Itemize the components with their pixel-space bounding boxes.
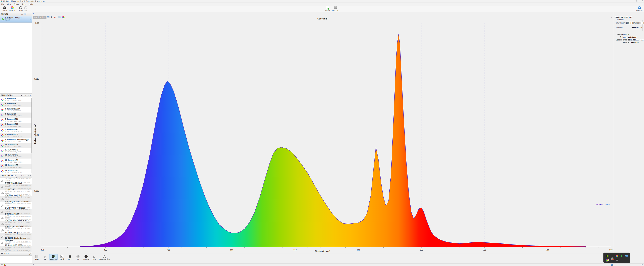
wavelength-spinner[interactable]: ▲▼ [632,22,634,24]
spectrum-chart[interactable]: 3504004505005506006507007508000.0050.010… [32,12,613,253]
tab-flicker[interactable]: Flicker [90,254,98,260]
moon-icon[interactable]: ☾ [25,94,27,96]
reference-item[interactable]: 1. Illuminant A Y: 100 x: 0.4475 y: 0.40… [0,97,32,102]
reference-item[interactable]: 11. Illuminant F2 Y: 100 x: 0.3720 y: 0.… [0,148,32,153]
menu-view[interactable]: View [7,3,11,5]
minimize-button[interactable]: – [630,0,632,2]
app-icon [1,1,2,2]
java-cup-tray-icon[interactable] [626,255,628,257]
x-tick-label: 400 [104,249,107,251]
reference-item[interactable]: 15. Illuminant F6 Y: 100 x: 0.3778 y: 0.… [0,169,32,174]
references-scrollbar-thumb[interactable] [31,98,32,153]
reference-item[interactable]: 3. Illuminant 9300K Y: 1 x: 0.2848 y: 0.… [0,107,32,113]
status-dot-tray-icon[interactable] [611,257,614,260]
tab-trend[interactable]: Trend [58,254,66,260]
tab-lab[interactable]: L*a*b* [66,254,74,260]
reference-values: Y: 100 x: 0.3323 y: 0.3474 [5,125,22,127]
activity-info-icon[interactable]: ⓘ [29,253,31,255]
add-meter-icon[interactable]: + [28,13,28,15]
remove-profile-icon[interactable]: − [26,175,27,177]
standard-dropdown-icon[interactable]: ▾ [16,8,16,9]
tab-data[interactable]: Data [33,254,40,260]
reference-item[interactable]: 7. Illuminant D65 Y: 100 x: 0.3127 y: 0.… [0,128,32,133]
close-button[interactable]: ✕ [641,0,643,2]
color-wheel-ring [1,155,4,157]
reference-label: 7. Illuminant D65 [5,128,22,130]
references-gear-icon[interactable]: ⚙ ▾ [28,94,31,96]
color-wheel-ring [1,129,4,131]
stop-button[interactable]: Stop [22,6,30,12]
usb-tray-icon[interactable] [616,259,618,261]
maximize-button[interactable]: □ [636,0,638,2]
color-profile-xy-line2: yR: 0.3300 yG: 0.7100 yB: 0.0600 yW: 0.3… [5,250,32,252]
color-profile-label: 12. Adobe RGB (1998) [5,244,32,246]
tab-response-time-label: Response Time [99,258,110,260]
tab-cri-label: CRI [77,258,79,260]
export-profile-icon[interactable]: ⌯ [23,175,24,177]
reference-values: Y: 100 x: 0.3456 y: 0.3585 [5,120,22,122]
reference-item[interactable]: 2. Illuminant B Y: 100 x: 0.3484 y: 0.35… [0,102,32,107]
reference-item[interactable]: 8. Illuminant D75 Y: 100 x: 0.2990 y: 0.… [0,133,32,138]
nvidia-tray-icon[interactable] [606,255,608,257]
capture-button[interactable]: Capture [1,6,8,12]
color-wheel-filled [1,109,4,111]
edit-pencil-icon[interactable]: ✎ [24,13,26,15]
menu-file[interactable]: File [1,3,4,5]
add-profile-icon[interactable]: + [21,175,22,177]
window-spinner[interactable]: ▲▼ [643,22,644,24]
remove-meter-icon[interactable]: − [30,13,31,15]
reference-label: 10. Illuminant F1 [5,144,22,146]
reference-values: Y: 100 x: 0.2990 y: 0.3148 [5,136,22,137]
tab-response-time[interactable]: Response Time [98,254,111,260]
spectrum-area-series [80,34,586,247]
tab-cie[interactable]: CIE [41,254,49,260]
menu-tools[interactable]: Tools [22,3,26,5]
add-reference-icon[interactable]: + ▾ [20,94,22,96]
collapse-left-statusbar-icon[interactable]: ⇤ [33,264,34,266]
chevron-right-icon[interactable]: › [30,18,31,20]
tab-gamma-label: Gamma [83,258,89,260]
color-profile-xy-line1: xR: 0.6700 xG: 0.2100 xB: 0.1400 xW: 0.3… [5,178,32,182]
sync-arrows-tray-icon[interactable]: ⟳ [620,255,623,257]
wavelength-input[interactable] [626,22,632,24]
color-app-tray-icon[interactable] [616,255,618,257]
profiles-gear-icon[interactable]: ⚙ ▾ [28,175,31,177]
title-bar[interactable]: CRIApp™ | Copyright © 2016 Colorimetry R… [0,0,644,3]
reference-item[interactable]: 5. Illuminant D50 Y: 100 x: 0.3456 y: 0.… [0,118,32,123]
tab-cri[interactable]: CRI [74,254,82,260]
collapse-right-panel-icon[interactable]: ‹ [611,17,612,19]
tab-gamma[interactable]: γ Gamma [82,254,90,260]
window-input[interactable] [640,22,643,24]
reference-label: 9. Illuminant E (Equal Energy) [5,139,28,141]
reference-item[interactable]: 13. Illuminant F4 Y: 100 x: 0.4401 y: 0.… [0,159,32,164]
tab-spectrum[interactable]: Spectrum [49,254,58,260]
export-button[interactable]: Export [324,6,332,12]
reference-item[interactable]: 9. Illuminant E (Equal Energy) Y: 1 x: 0… [0,138,32,143]
inspector-label: Inspector [636,10,642,11]
inspector-button[interactable]: i Inspector [636,6,643,12]
reference-item[interactable]: 14. Illuminant F5 Y: 100 x: 0.3137 y: 0.… [0,164,32,169]
meter-list-item-selected[interactable]: 1. CR-250 - A00134 COM7 › [0,16,32,23]
reference-item[interactable]: 10. Illuminant F1 Y: 100 x: 0.3130 y: 0.… [0,143,32,148]
color-wheel-ring [1,160,4,162]
reference-item[interactable]: 12. Illuminant F3 Y: 100 x: 0.4090 y: 0.… [0,153,32,159]
history-clock-icon[interactable]: ◷ [21,13,23,15]
reference-item[interactable]: 4. Illuminant C Y: 100 x: 0.3100 y: 0.31… [0,113,32,118]
references-scrollbar[interactable] [31,97,32,174]
menu-help[interactable]: Help [29,3,33,5]
display-color-tray-icon[interactable] [606,259,608,261]
remove-reference-icon[interactable]: − [23,94,24,96]
rgb-triangle-icon[interactable] [4,264,6,266]
data-log-button[interactable]: Data Log [332,6,339,12]
collapse-right-statusbar-icon[interactable]: ⇥ [641,264,642,266]
reference-item[interactable]: 6. Illuminant D55 Y: 100 x: 0.3323 y: 0.… [0,123,32,128]
color-profile-xy-line1: xR: 0.7350 xG: 0.1150 xB: 0.1570 xW: 0.3… [5,221,32,225]
menu-device[interactable]: Device [14,3,19,5]
standard-button[interactable]: Standard ▾ [8,6,16,12]
reference-label: 5. Illuminant D50 [5,118,22,120]
lightbulb-icon[interactable] [1,264,3,266]
reference-label: 1. Illuminant A [5,98,22,100]
peak-label: Peak: [613,42,628,44]
color-profile-item[interactable]: 12. Adobe RGB (1998) xR: 0.6400 xG: 0.21… [0,246,32,252]
gamut-triangle-icon [1,210,4,213]
